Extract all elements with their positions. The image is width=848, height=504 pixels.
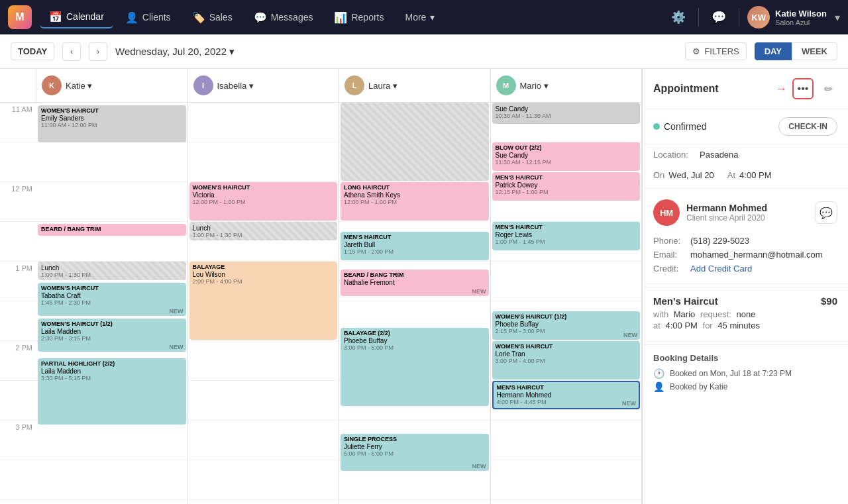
appt-name: Laila Madden [41, 368, 183, 375]
week-view-button[interactable]: WEEK [792, 42, 837, 60]
appt-sue-candy-top[interactable]: Sue Candy 10:30 AM - 11:30 AM [492, 103, 641, 124]
appt-juliette-ferry[interactable]: SINGLE PROCESS Juliette Ferry 5:00 PM - … [341, 434, 489, 471]
user-profile[interactable]: KW Katie Wilson Salon Azul ▾ [747, 6, 840, 28]
appt-blocked-laura [341, 103, 489, 181]
credit-label: Credit: [653, 264, 686, 274]
current-date[interactable]: Wednesday, Jul 20, 2022 ▾ [115, 46, 235, 58]
top-navigation: M 📅 Calendar 👤 Clients 🏷️ Sales 💬 Messag… [0, 0, 848, 34]
arrow-right-icon: → [775, 82, 787, 96]
for-label: for [703, 321, 713, 330]
booking-title: Booking Details [653, 353, 837, 363]
appt-tabatha-craft[interactable]: WOMEN'S HAIRCUT Tabatha Craft 1:45 PM - … [38, 283, 186, 316]
clients-icon: 👤 [125, 11, 138, 24]
appt-nathalie-fremont[interactable]: BEARD / BANG TRIM Nathalie Fremont NEW [341, 270, 489, 296]
add-credit-card-link[interactable]: Add Credit Card [690, 264, 752, 274]
appt-new-badge: NEW [472, 288, 486, 295]
appointment-panel: Appointment → ••• ✏ Confirmed CHECK-IN L… [643, 69, 848, 504]
appt-lunch-katie[interactable]: Lunch 1:00 PM - 1:30 PM [38, 262, 186, 280]
at-time-label: at [653, 321, 661, 330]
appt-lunch-isabella[interactable]: Lunch 1:00 PM - 1:30 PM [189, 222, 338, 240]
appt-type: MEN'S HAIRCUT [497, 384, 636, 391]
staff-avatar-isabella: I [193, 76, 213, 95]
next-day-button[interactable]: › [89, 42, 107, 61]
nav-messages[interactable]: 💬 Messages [244, 7, 323, 28]
checkin-button[interactable]: CHECK-IN [778, 117, 837, 136]
staff-name-katie: Katie ▾ [66, 81, 92, 91]
location-value: Pasadena [700, 150, 739, 160]
today-button[interactable]: TODAY [11, 42, 54, 60]
service-details: with Mario request: none at 4:00 PM for … [653, 309, 837, 330]
nav-more[interactable]: More ▾ [396, 8, 445, 26]
appt-jareth-bull[interactable]: MEN'S HAIRCUT Jareth Bull 1:15 PM - 2:00… [341, 232, 489, 260]
panel-header: Appointment → ••• ✏ [643, 69, 848, 109]
appt-laila-madden-1[interactable]: WOMEN'S HAIRCUT (1/2) Laila Madden 2:30 … [38, 319, 186, 352]
appt-new-badge: NEW [623, 332, 637, 338]
appt-new-badge: NEW [472, 463, 486, 470]
logo-letter: M [15, 11, 24, 23]
chat-icon[interactable]: 💬 [707, 5, 731, 29]
appt-beard-bang-trim-katie[interactable]: BEARD / BANG TRIM [38, 224, 186, 236]
nav-reports[interactable]: 📊 Reports [325, 7, 393, 28]
appt-lou-wilson[interactable]: BALAYAGE Lou Wilson 2:00 PM - 4:00 PM [189, 262, 338, 340]
appt-phoebe-balayage[interactable]: BALAYAGE (2/2) Phoebe Buffay 3:00 PM - 5… [341, 328, 489, 406]
appt-name: Victoria [193, 191, 335, 199]
appt-hermann-mohmed[interactable]: MEN'S HAIRCUT Hermann Mohmed 4:00 PM - 4… [492, 381, 641, 409]
booking-section: Booking Details 🕐 Booked on Mon, Jul 18 … [643, 344, 848, 403]
message-client-button[interactable]: 💬 [815, 201, 837, 224]
staff-col-laura[interactable]: L Laura ▾ [339, 69, 491, 102]
time-1130 [0, 142, 36, 182]
user-avatar: KW [747, 6, 770, 28]
app-logo[interactable]: M [8, 5, 32, 29]
avatar-initials: KW [751, 13, 766, 23]
appt-emily-sanders[interactable]: WOMEN'S HAIRCUT Emily Sanders 11:00 AM -… [38, 105, 186, 142]
prev-day-button[interactable]: ‹ [62, 42, 81, 61]
staff-col-mario[interactable]: M Mario ▾ [491, 69, 643, 102]
appt-roger-lewis[interactable]: MEN'S HAIRCUT Roger Lewis 1:00 PM - 1:45… [492, 222, 641, 250]
appt-time: 1:45 PM - 2:30 PM [41, 299, 183, 306]
appt-type: BALAYAGE (2/2) [344, 330, 486, 336]
appt-type: WOMEN'S HAIRCUT [193, 184, 335, 191]
appt-athena-smith[interactable]: LONG HAIRCUT Athena Smith Keys 12:00 PM … [341, 182, 489, 221]
appt-time: 11:00 AM - 12:00 PM [41, 122, 183, 128]
status-badge: Confirmed [653, 121, 707, 132]
appt-name: Tabatha Craft [41, 292, 183, 299]
time-column-header [0, 69, 36, 102]
nav-sales[interactable]: 🏷️ Sales [183, 7, 242, 28]
appt-time: 3:00 PM - 5:00 PM [344, 344, 486, 351]
edit-button[interactable]: ✏ [819, 79, 837, 98]
with-row: with Mario request: none [653, 309, 837, 319]
staff-col-katie[interactable]: K Katie ▾ [36, 69, 188, 102]
request-value: none [737, 309, 756, 319]
user-name: Katie Wilson [775, 9, 827, 19]
appt-lorie-tran[interactable]: WOMEN'S HAIRCUT Lorie Tran 3:00 PM - 4:0… [492, 341, 641, 379]
appt-time: 11:30 AM - 12:15 PM [496, 159, 637, 166]
main-layout: K Katie ▾ I Isabella ▾ L Laura ▾ M Mario… [0, 69, 848, 504]
nav-clients[interactable]: 👤 Clients [116, 7, 180, 28]
appt-time: 1:00 PM - 1:30 PM [41, 272, 183, 278]
staff-name-laura: Laura ▾ [368, 81, 398, 91]
time-part: At 4:00 PM [727, 170, 772, 180]
nav-clients-label: Clients [142, 12, 171, 23]
filters-button[interactable]: ⚙ FILTERS [685, 42, 747, 60]
appt-victoria[interactable]: WOMEN'S HAIRCUT Victoria 12:00 PM - 1:00… [189, 182, 338, 221]
booked-on-row: 🕐 Booked on Mon, Jul 18 at 7:23 PM [653, 368, 837, 379]
appt-phoebe-womens[interactable]: WOMEN'S HAIRCUT (1/2) Phoebe Buffay 2:15… [492, 311, 641, 340]
appt-blow-out[interactable]: BLOW OUT (2/2) Sue Candy 11:30 AM - 12:1… [492, 142, 641, 171]
more-options-button[interactable]: ••• [792, 78, 814, 99]
appt-type: WOMEN'S HAIRCUT (1/2) [496, 313, 637, 320]
appt-patrick-dowey[interactable]: MEN'S HAIRCUT Patrick Dowey 12:15 PM - 1… [492, 172, 641, 201]
settings-icon[interactable]: ⚙️ [666, 5, 690, 29]
on-label: On [653, 170, 664, 180]
appt-name: Phoebe Buffay [344, 337, 486, 344]
nav-reports-label: Reports [351, 12, 384, 23]
nav-calendar[interactable]: 📅 Calendar [40, 7, 113, 28]
appt-partial-highlight[interactable]: PARTIAL HIGHLIGHT (2/2) Laila Madden 3:3… [38, 358, 186, 425]
person-icon: 👤 [653, 381, 664, 392]
staff-col-isabella[interactable]: I Isabella ▾ [188, 69, 340, 102]
at-time-value: 4:00 PM [665, 321, 697, 330]
appt-name: Sue Candy [496, 105, 637, 113]
day-view-button[interactable]: DAY [755, 42, 792, 60]
for-value: 45 minutes [717, 321, 760, 330]
staff-name-isabella: Isabella ▾ [217, 81, 254, 91]
phone-value: (518) 229-5023 [690, 236, 749, 246]
